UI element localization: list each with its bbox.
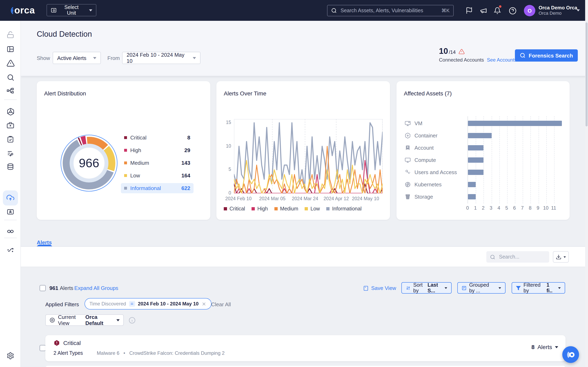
orca-logo[interactable]: orca bbox=[8, 6, 35, 15]
bar-kubernetes[interactable] bbox=[468, 182, 476, 187]
info-icon[interactable] bbox=[129, 317, 136, 324]
alert-group-row-partial[interactable] bbox=[45, 366, 566, 367]
account-menu[interactable]: Orca Demo Orca Orca Demo bbox=[539, 5, 577, 16]
table-search-input[interactable] bbox=[498, 254, 545, 260]
show-select[interactable]: Active Alerts bbox=[53, 52, 101, 64]
flag-icon[interactable] bbox=[464, 6, 474, 16]
warning-icon bbox=[458, 49, 465, 55]
legend-item-low[interactable]: Low bbox=[305, 206, 320, 212]
sidebar-item-attack-paths[interactable] bbox=[3, 242, 18, 257]
bar-compute[interactable] bbox=[468, 157, 484, 163]
save-icon bbox=[363, 285, 369, 291]
legend-swatch bbox=[224, 207, 227, 210]
chevron-down-icon bbox=[558, 287, 561, 289]
donut-total: 966 bbox=[58, 133, 120, 194]
legend-item-critical[interactable]: Critical 8 bbox=[121, 133, 194, 143]
asset-row-vm[interactable]: VM bbox=[397, 117, 570, 129]
page-scrollbar[interactable] bbox=[585, 0, 588, 367]
sidebar-item-devops[interactable] bbox=[3, 224, 18, 239]
chevron-down-icon bbox=[555, 346, 558, 348]
sidebar-item-dashboard[interactable] bbox=[3, 42, 18, 57]
legend-item-critical[interactable]: Critical bbox=[224, 206, 245, 212]
vm-icon bbox=[405, 120, 411, 126]
sidebar-item-cloud-detection[interactable] bbox=[3, 191, 18, 206]
asset-row-storage[interactable]: Storage bbox=[397, 191, 570, 203]
asset-row-account[interactable]: Account bbox=[397, 142, 570, 154]
select-all-checkbox[interactable] bbox=[40, 285, 46, 291]
filter-chip-time-discovered[interactable]: Time Discovered = 2024 Feb 10 - 2024 May… bbox=[85, 298, 212, 309]
expand-all-groups-link[interactable]: Expand All Groups bbox=[74, 285, 118, 291]
bar-account[interactable] bbox=[468, 145, 484, 150]
legend-item-high[interactable]: High bbox=[251, 206, 268, 212]
legend-item-informational[interactable]: Informational bbox=[327, 206, 362, 212]
asset-row-kubernetes[interactable]: Kubernetes bbox=[397, 178, 570, 191]
orca-assistant-fab[interactable] bbox=[562, 346, 579, 363]
select-unit-button[interactable]: Select Unit bbox=[47, 4, 96, 16]
asset-row-users-and-access[interactable]: Users and Access bbox=[397, 166, 570, 178]
chevron-down-icon bbox=[89, 9, 92, 11]
bar-users-and-access[interactable] bbox=[468, 170, 484, 175]
x-tick-label: 2024 Feb 10 bbox=[225, 196, 251, 201]
bar-vm[interactable] bbox=[468, 121, 562, 126]
sidebar-item-identity[interactable] bbox=[3, 204, 18, 219]
x-tick-label: 8 bbox=[529, 205, 531, 211]
app: orca Select Unit ⌘K bbox=[0, 0, 588, 367]
global-search[interactable]: ⌘K bbox=[327, 5, 454, 16]
legend-item-medium[interactable]: Medium 143 bbox=[121, 158, 194, 168]
filtered-by-button[interactable]: Filtered by 1 fi.. bbox=[512, 282, 565, 294]
sidebar-item-inventory[interactable] bbox=[3, 83, 18, 99]
sort-by-button[interactable]: Sort by Last S... bbox=[401, 282, 452, 294]
sidebar-item-compliance[interactable] bbox=[3, 132, 18, 147]
legend-item-medium[interactable]: Medium bbox=[274, 206, 298, 212]
sidebar-item-alerts[interactable] bbox=[3, 55, 18, 71]
y-tick-label: 10 bbox=[219, 143, 231, 148]
sidebar-item-unlock[interactable] bbox=[3, 27, 18, 42]
account-name: Orca Demo Orca bbox=[539, 5, 577, 11]
bar-storage[interactable] bbox=[468, 194, 476, 200]
sidebar-item-vulnerabilities[interactable] bbox=[3, 118, 18, 133]
account-chevron-icon[interactable] bbox=[577, 9, 580, 11]
alert-distribution-donut[interactable]: 966 bbox=[58, 133, 120, 194]
sidebar-item-automations[interactable] bbox=[3, 146, 18, 161]
save-view-button[interactable]: Save View bbox=[363, 285, 396, 291]
legend-item-high[interactable]: High 29 bbox=[121, 145, 194, 155]
announcements-icon[interactable] bbox=[479, 6, 488, 16]
current-view-select[interactable]: Current View Orca Default bbox=[45, 314, 124, 326]
storage-bucket-icon bbox=[405, 193, 411, 200]
group-alert-count[interactable]: 8 Alerts bbox=[531, 344, 558, 350]
sidebar-item-assets[interactable] bbox=[3, 104, 18, 119]
legend-item-informational[interactable]: Informational 622 bbox=[121, 183, 194, 193]
scrollbar-thumb[interactable] bbox=[586, 22, 588, 126]
export-button[interactable] bbox=[553, 251, 569, 263]
help-icon[interactable] bbox=[508, 6, 517, 16]
alerts-over-time-card: Alerts Over Time 051015 2024 Feb 102024 … bbox=[216, 81, 390, 220]
notifications-bell-icon[interactable] bbox=[493, 6, 502, 16]
date-range-select[interactable]: 2024 Feb 10 - 2024 May 10 bbox=[122, 52, 200, 64]
table-search[interactable] bbox=[486, 251, 549, 263]
sidebar-item-data-security[interactable] bbox=[3, 159, 18, 175]
sidebar-item-settings[interactable] bbox=[3, 348, 18, 363]
legend-swatch bbox=[124, 161, 127, 164]
tab-alerts[interactable]: Alerts bbox=[37, 239, 52, 245]
forensics-search-button[interactable]: Forensics Search bbox=[515, 49, 578, 62]
bar-container[interactable] bbox=[468, 133, 492, 138]
alert-group-checkbox[interactable] bbox=[40, 345, 46, 351]
card-title: Alerts Over Time bbox=[224, 90, 267, 97]
sidebar-item-discovery[interactable] bbox=[3, 70, 18, 85]
alert-group-row-critical[interactable]: Critical 2 Alert Types Malware 6 • Crowd… bbox=[45, 335, 566, 361]
clear-all-button[interactable]: Clear All bbox=[211, 301, 231, 308]
user-avatar[interactable]: O bbox=[524, 5, 535, 16]
asset-row-container[interactable]: Container bbox=[397, 129, 570, 142]
compute-icon bbox=[405, 157, 411, 163]
container-icon bbox=[405, 132, 411, 138]
from-label: From bbox=[107, 55, 120, 61]
global-search-input[interactable] bbox=[340, 7, 439, 14]
legend-item-low[interactable]: Low 164 bbox=[121, 170, 194, 181]
x-tick-label: 2024 Apr 12 bbox=[324, 196, 349, 201]
asset-row-compute[interactable]: Compute bbox=[397, 154, 570, 166]
remove-filter-icon[interactable] bbox=[201, 301, 207, 307]
sidebar-divider bbox=[4, 238, 17, 238]
see-accounts-link[interactable]: See Accounts bbox=[487, 57, 517, 63]
grouped-by-button[interactable]: Grouped by ... bbox=[457, 282, 506, 294]
filter-icon bbox=[516, 285, 521, 291]
